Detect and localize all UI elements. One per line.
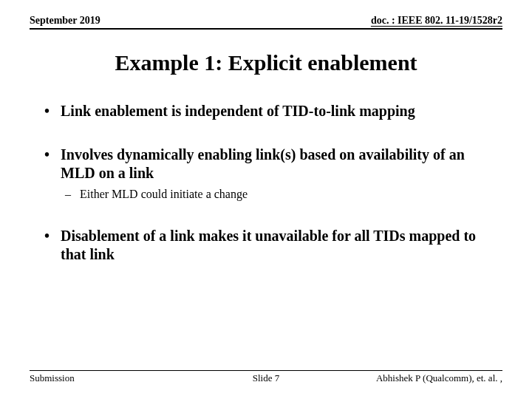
sub-bullet-item: Either MLD could initiate a change [61,187,488,202]
slide-header: September 2019 doc. : IEEE 802. 11-19/15… [30,15,502,30]
header-date: September 2019 [30,15,100,27]
bullet-item: Disablement of a link makes it unavailab… [44,227,488,264]
bullet-text: Disablement of a link makes it unavailab… [61,228,476,262]
footer-author: Abhishek P (Qualcomm), et. al. , [376,372,502,384]
slide-content: Link enablement is independent of TID-to… [30,102,502,264]
bullet-item: Involves dynamically enabling link(s) ba… [44,146,488,202]
footer-submission: Submission [30,372,75,384]
header-doc-id: doc. : IEEE 802. 11-19/1528r2 [371,15,502,27]
footer-slide-number: Slide 7 [253,372,279,384]
bullet-item: Link enablement is independent of TID-to… [44,102,488,120]
slide-footer: Submission Slide 7 Abhishek P (Qualcomm)… [30,370,502,384]
bullet-text: Involves dynamically enabling link(s) ba… [61,146,465,181]
slide-title: Example 1: Explicit enablement [30,50,502,75]
bullet-text: Link enablement is independent of TID-to… [61,103,415,119]
sub-bullet-text: Either MLD could initiate a change [80,188,248,200]
